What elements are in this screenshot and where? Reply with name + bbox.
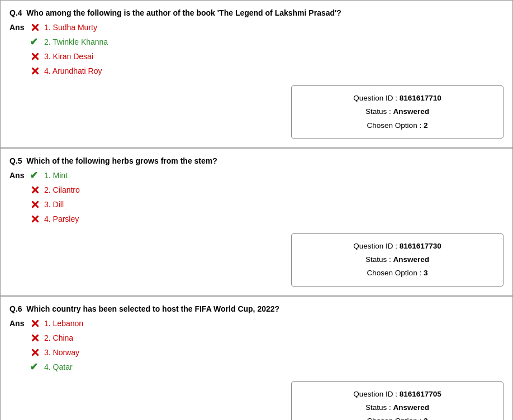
question-id-value: 8161617710: [400, 94, 441, 102]
option-text: 1. Lebanon: [44, 319, 83, 328]
answer-row-q5: Ans✔1. Mint2. Cilantro3. Dill4. Parsley: [10, 170, 504, 228]
option-text: 3. Kiran Desai: [44, 52, 93, 61]
option-text: 1. Sudha Murty: [44, 23, 97, 32]
cross-icon: [30, 184, 41, 195]
ans-label: Ans: [10, 171, 30, 180]
question-id-value: 8161617705: [400, 390, 441, 398]
check-icon: ✔: [30, 361, 41, 373]
chosen-value: 2: [424, 417, 428, 420]
question-text: Which of the following herbs grows from …: [26, 156, 217, 165]
option-row-q6-4: ✔4. Qatar: [30, 361, 83, 373]
ans-label: Ans: [10, 23, 30, 32]
cross-icon: [30, 51, 41, 62]
option-row-q5-2: 2. Cilantro: [30, 184, 80, 195]
info-chosen: Chosen Option : 2: [303, 414, 492, 420]
option-row-q5-4: 4. Parsley: [30, 213, 80, 225]
options-area-q6: 1. Lebanon2. China3. Norway✔4. Qatar: [30, 318, 83, 376]
cross-icon: [30, 22, 41, 33]
question-block-q4: Q.4 Who among the following is the autho…: [0, 0, 513, 148]
check-icon: ✔: [30, 36, 41, 47]
info-chosen: Chosen Option : 3: [303, 266, 492, 280]
options-area-q4: 1. Sudha Murty✔2. Twinkle Khanna3. Kiran…: [30, 22, 108, 80]
option-text: 2. Cilantro: [44, 185, 80, 194]
option-text: 4. Parsley: [44, 214, 79, 223]
option-text: 4. Arundhati Roy: [44, 66, 102, 75]
question-block-q6: Q.6 Which country has been selected to h…: [0, 296, 513, 420]
answer-row-q4: Ans1. Sudha Murty✔2. Twinkle Khanna3. Ki…: [10, 22, 504, 80]
info-box-q4: Question ID : 8161617710 Status : Answer…: [291, 85, 504, 139]
status-value: Answered: [393, 255, 430, 264]
cross-icon: [30, 318, 41, 329]
status-value: Answered: [393, 403, 430, 412]
question-block-q5: Q.5 Which of the following herbs grows f…: [0, 148, 513, 296]
question-header-q6: Q.6 Which country has been selected to h…: [10, 304, 504, 313]
info-status: Status : Answered: [303, 253, 492, 266]
info-box-q6: Question ID : 8161617705 Status : Answer…: [291, 381, 504, 420]
chosen-value: 2: [424, 121, 428, 130]
cross-icon: [30, 199, 41, 210]
option-row-q5-1: ✔1. Mint: [30, 170, 80, 181]
option-row-q4-4: 4. Arundhati Roy: [30, 65, 108, 77]
option-row-q4-3: 3. Kiran Desai: [30, 51, 108, 62]
option-text: 2. China: [44, 333, 73, 342]
options-area-q5: ✔1. Mint2. Cilantro3. Dill4. Parsley: [30, 170, 80, 228]
option-row-q6-2: 2. China: [30, 332, 83, 343]
info-chosen: Chosen Option : 2: [303, 119, 492, 132]
option-text: 3. Dill: [44, 200, 64, 209]
question-id-value: 8161617730: [400, 242, 441, 250]
option-row-q4-2: ✔2. Twinkle Khanna: [30, 36, 108, 47]
cross-icon: [30, 65, 41, 77]
question-number: Q.6: [10, 304, 22, 313]
chosen-value: 3: [424, 269, 428, 277]
cross-icon: [30, 213, 41, 225]
info-question-id: Question ID : 8161617730: [303, 240, 492, 253]
option-row-q5-3: 3. Dill: [30, 199, 80, 210]
option-row-q6-1: 1. Lebanon: [30, 318, 83, 329]
question-number: Q.5: [10, 156, 22, 165]
ans-label: Ans: [10, 319, 30, 328]
question-header-q4: Q.4 Who among the following is the autho…: [10, 8, 504, 17]
option-text: 1. Mint: [44, 171, 68, 180]
info-question-id: Question ID : 8161617705: [303, 388, 492, 401]
question-header-q5: Q.5 Which of the following herbs grows f…: [10, 156, 504, 165]
cross-icon: [30, 347, 41, 358]
info-status: Status : Answered: [303, 105, 492, 118]
check-icon: ✔: [30, 170, 41, 181]
answer-row-q6: Ans1. Lebanon2. China3. Norway✔4. Qatar: [10, 318, 504, 376]
question-text: Which country has been selected to host …: [26, 304, 279, 313]
status-value: Answered: [393, 107, 430, 116]
info-box-q5: Question ID : 8161617730 Status : Answer…: [291, 233, 504, 287]
info-question-id: Question ID : 8161617710: [303, 92, 492, 105]
cross-icon: [30, 332, 41, 343]
option-text: 2. Twinkle Khanna: [44, 37, 108, 46]
option-row-q6-3: 3. Norway: [30, 347, 83, 358]
info-status: Status : Answered: [303, 401, 492, 414]
option-row-q4-1: 1. Sudha Murty: [30, 22, 108, 33]
option-text: 4. Qatar: [44, 362, 73, 371]
question-text: Who among the following is the author of…: [26, 8, 341, 17]
question-number: Q.4: [10, 8, 22, 17]
option-text: 3. Norway: [44, 348, 79, 357]
